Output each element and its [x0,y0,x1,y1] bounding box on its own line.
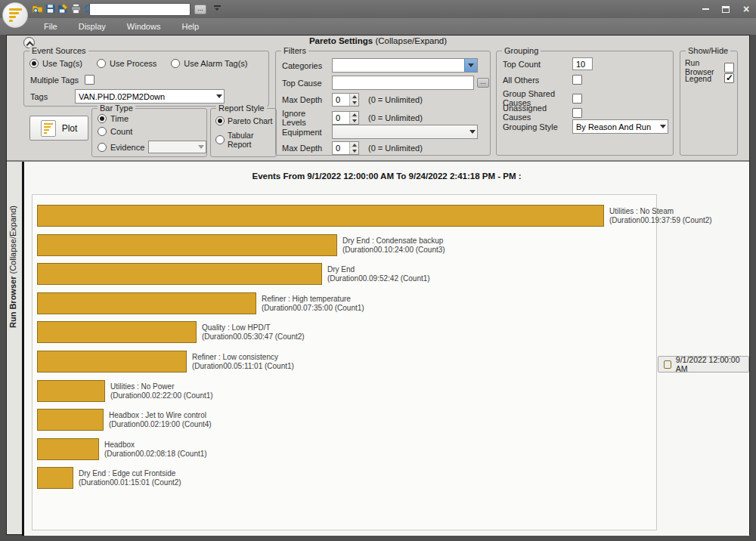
run-browser-bar-label-bold: Run Browser [8,277,17,328]
pareto-bar[interactable] [37,409,104,431]
all-others-checkbox[interactable] [572,75,582,85]
maximize-button[interactable] [720,4,731,14]
top-cause-input[interactable] [332,76,474,90]
print-icon[interactable] [70,3,82,14]
radio-use-alarm-tags[interactable] [171,59,180,68]
pareto-bar[interactable] [37,205,604,227]
chart-plot-area: Utilities : No Steam(Duration00.19:37:59… [32,194,657,530]
menu-windows[interactable]: Windows [116,18,172,35]
ignore-levels-spinner[interactable]: 0 [332,111,359,125]
pareto-bar[interactable] [37,263,322,285]
grouping-title: Grouping [502,46,541,55]
pareto-bar-label: Headbox(Duration00.02:08:18 (Count1) [104,441,207,459]
spin-up-icon[interactable] [350,142,358,148]
pareto-bar[interactable] [37,321,197,343]
group-shared-causes-checkbox[interactable] [572,94,582,104]
browse-displays-button[interactable]: ... [194,5,206,14]
report-style-title: Report Style [216,104,267,113]
main-frame: Pareto Settings (Collapse/Expand) Event … [6,35,750,535]
menu-help[interactable]: Help [171,18,209,35]
max-depth-2-value: 0 [336,144,340,153]
display-selector-input[interactable] [89,3,191,16]
app-logo-pareto-icon [2,2,28,28]
legend-checkbox[interactable] [724,73,734,83]
event-sources-group: Event Sources Use Tag(s) Use Process Use… [23,51,269,107]
categories-label: Categories [282,61,332,70]
radio-pareto-chart[interactable] [215,116,225,125]
pareto-bar-row: Utilities : No Power(Duration00.02:22:00… [37,380,213,402]
spin-down-icon[interactable] [350,148,358,154]
max-depth-spinner[interactable]: 0 [332,93,359,107]
save-icon[interactable] [45,3,56,14]
plot-pareto-icon [41,120,56,137]
categories-combobox[interactable] [332,58,478,73]
radio-use-alarm-tags-label: Use Alarm Tag(s) [184,59,247,68]
unlimited-note: (0 = Unlimited) [368,144,423,153]
max-depth-2-spinner[interactable]: 0 [332,141,359,155]
radio-bar-type-count[interactable] [98,127,107,136]
run-browser-checkbox[interactable] [724,63,734,73]
unassigned-causes-checkbox[interactable] [572,108,582,118]
pareto-bar[interactable] [37,234,337,256]
categories-dropdown-icon[interactable] [464,59,477,72]
radio-use-tags[interactable] [29,59,39,68]
radio-bar-type-evidence[interactable] [98,143,107,152]
tags-combobox[interactable]: VAN.PHD.02PM2Down [75,89,225,104]
spin-down-icon[interactable] [350,100,358,106]
pareto-bar-row: Refiner : High temperature(Duration00.07… [37,292,364,314]
pareto-bar[interactable] [37,438,99,460]
pareto-bar[interactable] [37,292,256,314]
toolbar-overflow-icon[interactable] [212,5,222,14]
radio-use-process[interactable] [97,59,106,68]
evidence-combobox[interactable] [148,141,206,153]
top-cause-label: Top Cause [282,79,332,88]
close-button[interactable]: × [741,4,751,14]
minimize-button[interactable] [700,4,711,14]
grouping-style-combobox[interactable]: By Reason And Run [572,119,668,134]
pareto-bar[interactable] [37,351,187,373]
pareto-bar-label: Utilities : No Steam(Duration00.19:37:59… [609,207,712,225]
radio-bar-type-time[interactable] [98,114,107,123]
chart-legend[interactable]: 9/1/2022 12:00:00 AM [658,356,749,373]
max-depth-value: 0 [336,95,340,104]
filters-group: Filters Categories Top Cause ... Max Dep… [275,51,491,156]
radio-use-tags-label: Use Tag(s) [42,59,82,68]
show-hide-group: Show/Hide Run Browser Legend [680,51,738,156]
top-cause-browse-button[interactable]: ... [477,78,489,88]
pareto-chart: Events From 9/1/2022 12:00:00 AM To 9/24… [22,162,749,536]
pareto-bar-row: Headbox(Duration00.02:08:18 (Count1) [37,438,207,460]
pareto-bar-label: Quality : Low HPD/T(Duration00.05:30:47 … [202,323,305,342]
run-browser-collapsed-bar[interactable]: Run Browser (Collapse/Expand) [7,162,22,534]
all-others-label: All Others [503,76,572,85]
open-folder-search-icon[interactable] [32,3,43,14]
pareto-bar-row: Quality : Low HPD/T(Duration00.05:30:47 … [37,321,305,343]
menu-bar: File Display Windows Help [0,18,756,35]
report-style-group: Report Style Pareto Chart Tabular Report [210,108,277,157]
bar-type-group: Bar Type Time Count Evidence [91,108,207,157]
multiple-tags-checkbox[interactable] [85,75,94,85]
pareto-bar-label: Refiner : Low consistency(Duration00.05:… [192,353,294,371]
run-browser-bar-label[interactable]: Run Browser (Collapse/Expand) [8,206,17,328]
pareto-bar-label: Dry End : Condensate backup(Duration00.1… [342,236,445,255]
pareto-bar-row: Dry End(Duration00.09:52:42 (Count1) [37,263,430,285]
max-depth-label: Max Depth [282,95,332,104]
bar-type-title: Bar Type [98,104,135,113]
menu-display[interactable]: Display [68,18,116,35]
pareto-settings-title: Pareto Settings [309,36,373,45]
pareto-bar[interactable] [37,380,105,402]
spin-up-icon[interactable] [350,94,358,100]
pareto-bar-label: Headbox : Jet to Wire control(Duration00… [109,411,212,429]
top-count-input[interactable] [572,57,593,70]
menu-file[interactable]: File [33,18,68,35]
grouping-group: Grouping Top Count All Others Group Shar… [496,51,674,156]
pareto-settings-header[interactable]: Pareto Settings (Collapse/Expand) [7,36,749,49]
spin-down-icon[interactable] [350,118,358,124]
tags-value: VAN.PHD.02PM2Down [79,92,165,101]
spin-up-icon[interactable] [350,112,358,118]
radio-tabular-report[interactable] [215,135,225,144]
save-as-icon[interactable] [57,3,69,14]
pareto-bar[interactable] [37,467,73,489]
plot-button[interactable]: Plot [29,116,88,141]
legend-swatch [664,360,671,369]
equipment-combobox[interactable] [332,125,478,139]
